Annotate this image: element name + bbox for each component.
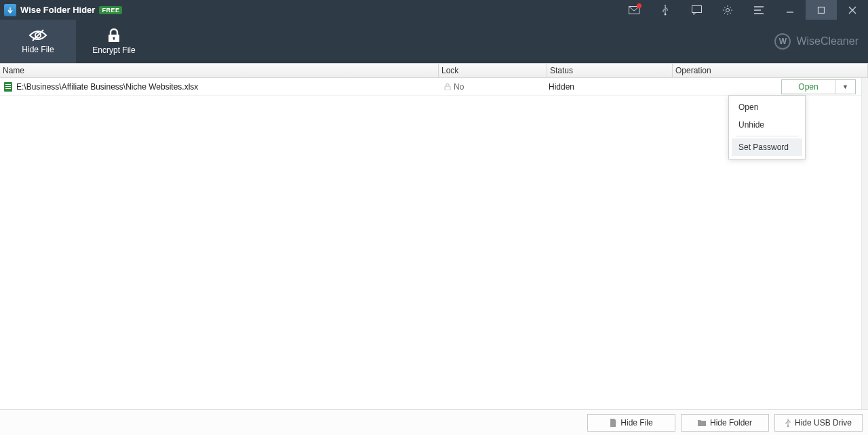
maximize-button[interactable] [806,0,837,20]
column-headers: Name Lock Status Operation [0,63,868,78]
col-name[interactable]: Name [0,64,439,77]
svg-point-10 [787,425,789,427]
footer-hide-file-label: Hide File [620,418,652,428]
tab-encrypt-file-label: Encrypt File [92,45,135,55]
footer-hide-folder-button[interactable]: Hide Folder [681,414,769,432]
operation-dropdown: Open Unhide Set Password [728,95,806,159]
eye-slash-icon [28,29,47,42]
col-lock[interactable]: Lock [439,64,547,77]
table-row[interactable]: E:\Business\Affiliate Business\Niche Web… [0,78,868,96]
dropdown-unhide[interactable]: Unhide [732,116,802,134]
file-list: E:\Business\Affiliate Business\Niche Web… [0,78,868,409]
brand-circle-icon: W [774,33,791,50]
titlebar: Wise Folder Hider FREE [0,0,868,20]
notification-dot [637,3,642,8]
col-status[interactable]: Status [547,64,673,77]
open-dropdown-caret[interactable]: ▼ [835,80,855,94]
menu-list-icon[interactable] [743,0,774,20]
folder-icon [698,419,706,426]
footer-hide-file-button[interactable]: Hide File [587,414,675,432]
app-title: Wise Folder Hider [20,5,95,15]
cell-status: Hidden [547,82,673,92]
lock-value: No [454,82,464,92]
minimize-button[interactable] [774,0,806,20]
status-value: Hidden [549,82,574,92]
dropdown-separator [736,136,798,136]
app-icon [4,4,16,16]
usb-small-icon [785,418,791,428]
settings-icon[interactable] [712,0,743,20]
tab-hide-file[interactable]: Hide File [0,20,76,63]
file-icon [610,419,616,427]
dropdown-open[interactable]: Open [732,98,802,116]
close-button[interactable] [837,0,868,20]
tab-hide-file-label: Hide File [22,45,54,54]
vertical-scrollbar[interactable] [861,78,868,409]
svg-rect-2 [692,5,701,12]
mail-icon[interactable] [618,0,650,20]
feedback-icon[interactable] [681,0,712,20]
open-split-button[interactable]: Open ▼ [781,79,856,94]
footer-hide-usb-button[interactable]: Hide USB Drive [774,414,863,432]
brand-logo[interactable]: W WiseCleaner [774,20,859,63]
footer-hide-usb-label: Hide USB Drive [795,418,852,428]
svg-point-1 [665,13,667,15]
brand-text: WiseCleaner [796,35,859,48]
file-path: E:\Business\Affiliate Business\Niche Web… [16,82,198,92]
excel-file-icon [4,82,12,92]
svg-point-3 [726,8,730,12]
lock-icon [106,28,121,43]
footer-hide-folder-label: Hide Folder [710,418,752,428]
col-operation[interactable]: Operation [673,64,868,77]
cell-name: E:\Business\Affiliate Business\Niche Web… [0,82,439,92]
free-badge: FREE [99,6,122,14]
dropdown-set-password[interactable]: Set Password [732,138,802,156]
footer-bar: Hide File Hide Folder Hide USB Drive [0,409,868,435]
usb-icon[interactable] [650,0,681,20]
cell-lock: No [439,82,547,92]
svg-rect-9 [445,86,450,90]
tab-encrypt-file[interactable]: Encrypt File [76,20,152,63]
cell-operation: Open ▼ [673,79,868,94]
svg-rect-4 [818,7,825,13]
main-toolbar: Hide File Encrypt File W WiseCleaner [0,20,868,63]
small-lock-icon [444,83,451,90]
svg-rect-8 [113,38,114,40]
open-button[interactable]: Open [782,80,835,94]
